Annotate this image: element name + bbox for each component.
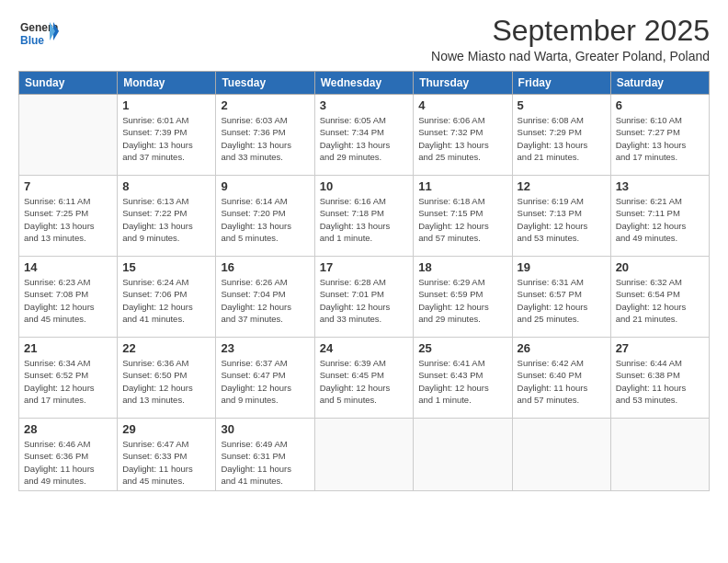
- header-thursday: Thursday: [414, 72, 512, 95]
- table-row: 25Sunrise: 6:41 AMSunset: 6:43 PMDayligh…: [414, 338, 512, 419]
- day-number: 25: [418, 341, 506, 355]
- day-number: 12: [518, 179, 606, 193]
- day-number: 10: [320, 179, 409, 193]
- day-number: 2: [221, 98, 309, 112]
- day-number: 19: [518, 260, 606, 274]
- month-title: September 2025: [431, 15, 710, 47]
- logo-icon: General Blue: [18, 15, 59, 55]
- days-header-row: Sunday Monday Tuesday Wednesday Thursday…: [19, 72, 710, 95]
- header-sunday: Sunday: [19, 72, 118, 95]
- day-info: Sunrise: 6:06 AMSunset: 7:32 PMDaylight:…: [418, 114, 506, 163]
- day-info: Sunrise: 6:37 AMSunset: 6:47 PMDaylight:…: [221, 357, 309, 406]
- day-info: Sunrise: 6:08 AMSunset: 7:29 PMDaylight:…: [518, 114, 606, 163]
- table-row: 26Sunrise: 6:42 AMSunset: 6:40 PMDayligh…: [512, 338, 610, 419]
- svg-text:Blue: Blue: [20, 34, 44, 47]
- day-number: 13: [616, 179, 704, 193]
- table-row: 27Sunrise: 6:44 AMSunset: 6:38 PMDayligh…: [610, 338, 709, 419]
- day-number: 21: [24, 341, 112, 355]
- table-row: 20Sunrise: 6:32 AMSunset: 6:54 PMDayligh…: [610, 257, 709, 338]
- day-info: Sunrise: 6:23 AMSunset: 7:08 PMDaylight:…: [24, 276, 112, 325]
- header-saturday: Saturday: [610, 72, 709, 95]
- header-monday: Monday: [118, 72, 216, 95]
- day-info: Sunrise: 6:01 AMSunset: 7:39 PMDaylight:…: [122, 114, 210, 163]
- page: General Blue September 2025 Nowe Miasto …: [0, 0, 728, 500]
- day-number: 22: [122, 341, 210, 355]
- table-row: [610, 419, 709, 491]
- day-number: 16: [221, 260, 309, 274]
- day-info: Sunrise: 6:24 AMSunset: 7:06 PMDaylight:…: [122, 276, 210, 325]
- table-row: 9Sunrise: 6:14 AMSunset: 7:20 PMDaylight…: [216, 176, 314, 257]
- table-row: 4Sunrise: 6:06 AMSunset: 7:32 PMDaylight…: [414, 95, 512, 176]
- logo: General Blue: [18, 15, 59, 59]
- table-row: 19Sunrise: 6:31 AMSunset: 6:57 PMDayligh…: [512, 257, 610, 338]
- day-info: Sunrise: 6:49 AMSunset: 6:31 PMDaylight:…: [221, 438, 309, 487]
- table-row: [19, 95, 118, 176]
- table-row: 10Sunrise: 6:16 AMSunset: 7:18 PMDayligh…: [314, 176, 414, 257]
- day-number: 20: [616, 260, 704, 274]
- table-row: 21Sunrise: 6:34 AMSunset: 6:52 PMDayligh…: [19, 338, 118, 419]
- day-info: Sunrise: 6:19 AMSunset: 7:13 PMDaylight:…: [518, 195, 606, 244]
- day-number: 30: [221, 422, 309, 436]
- day-number: 6: [616, 98, 704, 112]
- day-info: Sunrise: 6:34 AMSunset: 6:52 PMDaylight:…: [24, 357, 112, 406]
- day-info: Sunrise: 6:21 AMSunset: 7:11 PMDaylight:…: [616, 195, 704, 244]
- table-row: 12Sunrise: 6:19 AMSunset: 7:13 PMDayligh…: [512, 176, 610, 257]
- header-tuesday: Tuesday: [216, 72, 314, 95]
- day-number: 5: [518, 98, 606, 112]
- day-number: 3: [320, 98, 409, 112]
- day-number: 9: [221, 179, 309, 193]
- day-info: Sunrise: 6:11 AMSunset: 7:25 PMDaylight:…: [24, 195, 112, 244]
- table-row: [414, 419, 512, 491]
- title-block: September 2025 Nowe Miasto nad Warta, Gr…: [431, 15, 710, 63]
- day-number: 4: [418, 98, 506, 112]
- table-row: 23Sunrise: 6:37 AMSunset: 6:47 PMDayligh…: [216, 338, 314, 419]
- table-row: 11Sunrise: 6:18 AMSunset: 7:15 PMDayligh…: [414, 176, 512, 257]
- day-info: Sunrise: 6:14 AMSunset: 7:20 PMDaylight:…: [221, 195, 309, 244]
- day-info: Sunrise: 6:18 AMSunset: 7:15 PMDaylight:…: [418, 195, 506, 244]
- day-info: Sunrise: 6:28 AMSunset: 7:01 PMDaylight:…: [320, 276, 409, 325]
- day-info: Sunrise: 6:05 AMSunset: 7:34 PMDaylight:…: [320, 114, 409, 163]
- day-number: 23: [221, 341, 309, 355]
- table-row: 16Sunrise: 6:26 AMSunset: 7:04 PMDayligh…: [216, 257, 314, 338]
- header: General Blue September 2025 Nowe Miasto …: [18, 15, 710, 63]
- table-row: 5Sunrise: 6:08 AMSunset: 7:29 PMDaylight…: [512, 95, 610, 176]
- table-row: 7Sunrise: 6:11 AMSunset: 7:25 PMDaylight…: [19, 176, 118, 257]
- day-number: 18: [418, 260, 506, 274]
- day-info: Sunrise: 6:10 AMSunset: 7:27 PMDaylight:…: [616, 114, 704, 163]
- day-info: Sunrise: 6:39 AMSunset: 6:45 PMDaylight:…: [320, 357, 409, 406]
- day-number: 8: [122, 179, 210, 193]
- day-info: Sunrise: 6:29 AMSunset: 6:59 PMDaylight:…: [418, 276, 506, 325]
- table-row: 15Sunrise: 6:24 AMSunset: 7:06 PMDayligh…: [118, 257, 216, 338]
- table-row: 14Sunrise: 6:23 AMSunset: 7:08 PMDayligh…: [19, 257, 118, 338]
- day-number: 1: [122, 98, 210, 112]
- day-info: Sunrise: 6:16 AMSunset: 7:18 PMDaylight:…: [320, 195, 409, 244]
- day-number: 26: [518, 341, 606, 355]
- table-row: 24Sunrise: 6:39 AMSunset: 6:45 PMDayligh…: [314, 338, 414, 419]
- day-number: 24: [320, 341, 409, 355]
- table-row: 22Sunrise: 6:36 AMSunset: 6:50 PMDayligh…: [118, 338, 216, 419]
- day-number: 14: [24, 260, 112, 274]
- day-info: Sunrise: 6:44 AMSunset: 6:38 PMDaylight:…: [616, 357, 704, 406]
- day-info: Sunrise: 6:36 AMSunset: 6:50 PMDaylight:…: [122, 357, 210, 406]
- header-wednesday: Wednesday: [314, 72, 414, 95]
- calendar-table: Sunday Monday Tuesday Wednesday Thursday…: [18, 71, 710, 491]
- day-info: Sunrise: 6:03 AMSunset: 7:36 PMDaylight:…: [221, 114, 309, 163]
- table-row: 18Sunrise: 6:29 AMSunset: 6:59 PMDayligh…: [414, 257, 512, 338]
- table-row: 13Sunrise: 6:21 AMSunset: 7:11 PMDayligh…: [610, 176, 709, 257]
- table-row: [314, 419, 414, 491]
- table-row: 17Sunrise: 6:28 AMSunset: 7:01 PMDayligh…: [314, 257, 414, 338]
- table-row: 1Sunrise: 6:01 AMSunset: 7:39 PMDaylight…: [118, 95, 216, 176]
- day-info: Sunrise: 6:31 AMSunset: 6:57 PMDaylight:…: [518, 276, 606, 325]
- day-number: 27: [616, 341, 704, 355]
- day-number: 29: [122, 422, 210, 436]
- day-info: Sunrise: 6:42 AMSunset: 6:40 PMDaylight:…: [518, 357, 606, 406]
- day-number: 28: [24, 422, 112, 436]
- table-row: 28Sunrise: 6:46 AMSunset: 6:36 PMDayligh…: [19, 419, 118, 491]
- day-info: Sunrise: 6:13 AMSunset: 7:22 PMDaylight:…: [122, 195, 210, 244]
- day-number: 11: [418, 179, 506, 193]
- day-info: Sunrise: 6:47 AMSunset: 6:33 PMDaylight:…: [122, 438, 210, 487]
- table-row: 6Sunrise: 6:10 AMSunset: 7:27 PMDaylight…: [610, 95, 709, 176]
- table-row: 29Sunrise: 6:47 AMSunset: 6:33 PMDayligh…: [118, 419, 216, 491]
- table-row: 2Sunrise: 6:03 AMSunset: 7:36 PMDaylight…: [216, 95, 314, 176]
- table-row: 30Sunrise: 6:49 AMSunset: 6:31 PMDayligh…: [216, 419, 314, 491]
